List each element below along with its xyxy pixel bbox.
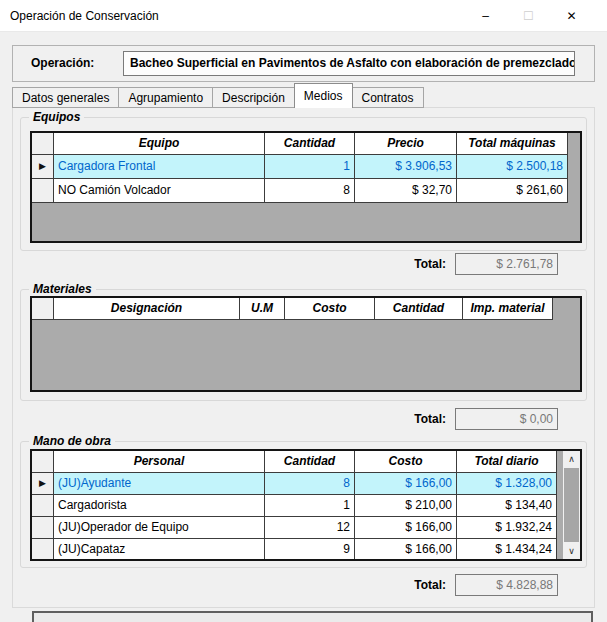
grid-row[interactable]: (JU)Operador de Equipo12$ 166,00$ 1.932,… (32, 517, 580, 539)
grid-cell[interactable]: (JU)Operador de Equipo (54, 517, 265, 539)
grid-cell[interactable]: 12 (265, 517, 355, 539)
grid-row[interactable]: (JU)Capataz9$ 166,00$ 1.434,24 (32, 539, 580, 561)
tab-agrupamiento[interactable]: Agrupamiento (118, 87, 213, 108)
materiales-grid[interactable]: DesignaciónU.MCostoCantidadImp. material (30, 296, 582, 392)
equipos-total-value: $ 2.761,78 (455, 253, 558, 275)
column-header[interactable]: Precio (355, 133, 457, 155)
grid-header-row: EquipoCantidadPrecioTotal máquinas (32, 133, 580, 155)
window-title: Operación de Conservación (10, 9, 159, 23)
column-header[interactable]: Costo (285, 298, 375, 320)
grid-row[interactable]: Cargadorista1$ 210,00$ 134,40 (32, 495, 580, 517)
row-selector[interactable]: ▶ (32, 155, 54, 179)
row-selector-header (32, 133, 54, 155)
row-selector[interactable]: ▶ (32, 473, 54, 495)
grid-cell[interactable]: (JU)Capataz (54, 539, 265, 561)
column-header[interactable]: Total máquinas (457, 133, 568, 155)
tab-datos-generales[interactable]: Datos generales (12, 87, 119, 108)
grid-cell[interactable]: NO Camión Volcador (54, 179, 265, 203)
bottom-panel-clipped (32, 611, 593, 622)
equipos-total-label: Total: (414, 257, 446, 271)
grid-cell[interactable]: Cargadorista (54, 495, 265, 517)
operation-label: Operación: (31, 46, 94, 81)
grid-cell[interactable]: $ 2.500,18 (457, 155, 568, 179)
grid-cell[interactable]: (JU)Ayudante (54, 473, 265, 495)
grid-cell[interactable]: $ 3.906,53 (355, 155, 457, 179)
grid-cell[interactable]: 9 (265, 539, 355, 561)
row-selector-header (32, 298, 54, 320)
scroll-down-icon[interactable]: ∨ (563, 543, 580, 559)
column-header[interactable]: Imp. material (463, 298, 553, 320)
tabstrip: Datos generales Agrupamiento Descripción… (12, 86, 423, 108)
grid-cell[interactable]: $ 210,00 (355, 495, 457, 517)
tab-descripcion[interactable]: Descripción (212, 87, 295, 108)
grid-row[interactable]: NO Camión Volcador8$ 32,70$ 261,60 (32, 179, 580, 203)
column-header[interactable]: Equipo (54, 133, 265, 155)
grid-cell[interactable]: $ 1.434,24 (457, 539, 557, 561)
equipos-total-row: Total: $ 2.761,78 (0, 253, 558, 275)
materiales-total-row: Total: $ 0,00 (0, 408, 558, 430)
grid-cell[interactable]: 8 (265, 473, 355, 495)
titlebar: Operación de Conservación – ☐ ✕ (0, 0, 607, 32)
column-header[interactable]: Costo (355, 451, 457, 473)
maximize-button: ☐ (507, 0, 550, 31)
grid-cell[interactable]: $ 134,40 (457, 495, 557, 517)
scroll-up-icon[interactable]: ∧ (563, 451, 580, 467)
grid-cell[interactable]: $ 1.932,24 (457, 517, 557, 539)
mano-de-obra-total-value: $ 4.828,88 (455, 574, 558, 596)
tab-medios[interactable]: Medios (294, 83, 353, 108)
operation-panel: Operación: Bacheo Superficial en Pavimen… (12, 45, 595, 82)
grid-cell[interactable]: $ 32,70 (355, 179, 457, 203)
grid-cell[interactable]: 1 (265, 155, 355, 179)
operation-input[interactable]: Bacheo Superficial en Pavimentos de Asfa… (123, 51, 575, 76)
mano-de-obra-grid[interactable]: PersonalCantidadCostoTotal diario▶(JU)Ay… (30, 449, 582, 561)
materiales-total-value: $ 0,00 (455, 408, 558, 430)
row-selector-header (32, 451, 54, 473)
grid-cell[interactable]: Cargadora Frontal (54, 155, 265, 179)
grid-cell[interactable]: 8 (265, 179, 355, 203)
grid-row-selected[interactable]: ▶(JU)Ayudante8$ 166,00$ 1.328,00 (32, 473, 580, 495)
close-button[interactable]: ✕ (550, 0, 593, 31)
row-selector[interactable] (32, 517, 54, 539)
grid-cell[interactable]: $ 166,00 (355, 473, 457, 495)
row-selector[interactable] (32, 495, 54, 517)
grid-cell[interactable]: $ 166,00 (355, 539, 457, 561)
scrollbar-thumb[interactable] (564, 468, 579, 542)
column-header[interactable]: Cantidad (375, 298, 463, 320)
column-header[interactable]: Cantidad (265, 133, 355, 155)
mano-de-obra-total-row: Total: $ 4.828,88 (0, 574, 558, 596)
column-header[interactable]: Cantidad (265, 451, 355, 473)
materiales-total-label: Total: (414, 412, 446, 426)
tab-contratos[interactable]: Contratos (352, 87, 424, 108)
grid-cell[interactable]: $ 1.328,00 (457, 473, 557, 495)
group-equipos-title: Equipos (29, 110, 84, 124)
vertical-scrollbar[interactable]: ∧ ∨ (563, 451, 580, 559)
grid-row-selected[interactable]: ▶Cargadora Frontal1$ 3.906,53$ 2.500,18 (32, 155, 580, 179)
equipos-grid[interactable]: EquipoCantidadPrecioTotal máquinas▶Carga… (30, 131, 582, 243)
grid-cell[interactable]: 1 (265, 495, 355, 517)
row-selector[interactable] (32, 539, 54, 561)
column-header[interactable]: Designación (54, 298, 240, 320)
column-header[interactable]: Personal (54, 451, 265, 473)
grid-cell[interactable]: $ 261,60 (457, 179, 568, 203)
grid-header-row: DesignaciónU.MCostoCantidadImp. material (32, 298, 580, 320)
minimize-button[interactable]: – (464, 0, 507, 31)
grid-header-row: PersonalCantidadCostoTotal diario (32, 451, 580, 473)
row-selector[interactable] (32, 179, 54, 203)
column-header[interactable]: U.M (240, 298, 285, 320)
mano-de-obra-total-label: Total: (414, 578, 446, 592)
group-materiales-title: Materiales (29, 282, 96, 296)
group-mano-de-obra-title: Mano de obra (29, 434, 115, 448)
column-header[interactable]: Total diario (457, 451, 557, 473)
grid-cell[interactable]: $ 166,00 (355, 517, 457, 539)
window-controls: – ☐ ✕ (464, 0, 593, 31)
